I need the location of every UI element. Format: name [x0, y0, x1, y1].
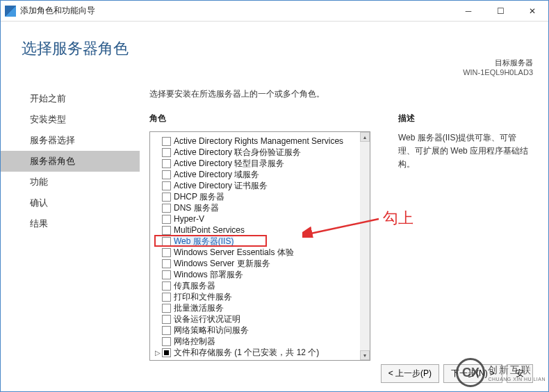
role-label: 网络策略和访问服务: [174, 325, 249, 336]
role-checkbox[interactable]: [162, 226, 171, 235]
minimize-button[interactable]: ─: [452, 1, 484, 22]
role-label: Active Directory 联合身份验证服务: [174, 147, 301, 158]
role-row[interactable]: Active Directory 证书服务: [154, 180, 359, 191]
role-row[interactable]: Windows Server Essentials 体验: [154, 247, 359, 258]
previous-button[interactable]: < 上一步(P): [381, 364, 439, 383]
description-column-header: 描述: [398, 113, 530, 124]
role-label: Windows Server 更新服务: [174, 258, 270, 270]
role-checkbox[interactable]: [162, 337, 171, 346]
expand-icon[interactable]: ▷: [154, 349, 162, 357]
role-label: 网络控制器: [174, 336, 215, 348]
role-checkbox[interactable]: [162, 259, 171, 268]
role-checkbox[interactable]: [162, 159, 171, 168]
role-row[interactable]: ▷文件和存储服务 (1 个已安装，共 12 个): [154, 347, 359, 358]
wizard-sidebar: 开始之前 安装类型 服务器选择 服务器角色 功能 确认 结果: [1, 88, 140, 234]
role-label: Web 服务器(IIS): [174, 236, 233, 247]
role-description: Web 服务器(IIS)提供可靠、可管理、可扩展的 Web 应用程序基础结构。: [398, 131, 530, 172]
role-checkbox[interactable]: [162, 281, 171, 291]
role-label: Active Directory 轻型目录服务: [174, 158, 284, 170]
role-row[interactable]: DHCP 服务器: [154, 191, 359, 202]
role-checkbox[interactable]: [162, 204, 171, 213]
role-row[interactable]: Hyper-V: [154, 213, 359, 224]
close-button[interactable]: ✕: [516, 1, 548, 22]
scroll-up-button[interactable]: ▴: [360, 132, 370, 142]
role-row[interactable]: DNS 服务器: [154, 202, 359, 213]
maximize-button[interactable]: ☐: [484, 1, 516, 22]
sidebar-item-server-roles[interactable]: 服务器角色: [1, 151, 140, 172]
role-label: DHCP 服务器: [174, 191, 224, 203]
role-label: 设备运行状况证明: [174, 313, 240, 325]
role-checkbox[interactable]: [162, 293, 171, 302]
role-checkbox[interactable]: [162, 148, 171, 157]
sidebar-item-results[interactable]: 结果: [1, 213, 140, 234]
role-checkbox[interactable]: [162, 248, 171, 257]
app-icon: [5, 6, 16, 17]
role-label: 批量激活服务: [174, 302, 224, 314]
role-checkbox[interactable]: [162, 348, 171, 357]
role-row[interactable]: 设备运行状况证明: [154, 313, 359, 325]
role-label: Active Directory Rights Management Servi…: [174, 136, 343, 146]
role-row[interactable]: Active Directory 轻型目录服务: [154, 158, 359, 169]
role-row[interactable]: Active Directory 联合身份验证服务: [154, 147, 359, 158]
annotation-text: 勾上: [383, 208, 413, 229]
role-label: Active Directory 域服务: [174, 169, 259, 181]
watermark-icon: CX: [456, 358, 485, 387]
roles-scrollbar[interactable]: ▴ ▾: [360, 132, 370, 360]
role-row[interactable]: Windows Server 更新服务: [154, 258, 359, 269]
role-label: 传真服务器: [174, 280, 215, 292]
role-row[interactable]: 打印和文件服务: [154, 291, 359, 302]
role-row[interactable]: Web 服务器(IIS): [154, 236, 359, 247]
sidebar-item-features[interactable]: 功能: [1, 172, 140, 193]
role-label: DNS 服务器: [174, 202, 219, 214]
sidebar-item-before-you-begin[interactable]: 开始之前: [1, 88, 140, 109]
role-label: Windows Server Essentials 体验: [174, 247, 294, 259]
target-label: 目标服务器: [463, 58, 533, 68]
watermark: CX 创新互联 CHUANG XIN HU LIAN: [456, 358, 546, 387]
watermark-text: 创新互联: [488, 364, 546, 377]
role-label: 文件和存储服务 (1 个已安装，共 12 个): [174, 347, 319, 359]
titlebar: 添加角色和功能向导 ─ ☐ ✕: [1, 1, 548, 22]
role-checkbox[interactable]: [162, 304, 171, 313]
role-checkbox[interactable]: [162, 193, 171, 202]
role-row[interactable]: 传真服务器: [154, 280, 359, 291]
scroll-track[interactable]: [360, 142, 370, 350]
role-checkbox[interactable]: [162, 315, 171, 324]
role-label: Windows 部署服务: [174, 269, 243, 281]
role-label: Hyper-V: [174, 214, 204, 224]
role-row[interactable]: Active Directory Rights Management Servi…: [154, 136, 359, 147]
role-checkbox[interactable]: [162, 326, 171, 335]
role-checkbox[interactable]: [162, 181, 171, 190]
roles-listbox: Active Directory Rights Management Servi…: [149, 131, 370, 361]
role-checkbox[interactable]: [162, 270, 171, 279]
role-label: Active Directory 证书服务: [174, 180, 268, 192]
role-row[interactable]: 批量激活服务: [154, 302, 359, 313]
sidebar-item-server-selection[interactable]: 服务器选择: [1, 130, 140, 151]
roles-column-header: 角色: [149, 113, 372, 124]
role-checkbox[interactable]: [162, 215, 171, 224]
window-title: 添加角色和功能向导: [20, 5, 452, 17]
scroll-down-button[interactable]: ▾: [360, 350, 370, 360]
role-row[interactable]: 网络策略和访问服务: [154, 325, 359, 336]
role-checkbox[interactable]: [162, 237, 171, 246]
role-row[interactable]: Windows 部署服务: [154, 269, 359, 280]
sidebar-item-confirmation[interactable]: 确认: [1, 193, 140, 213]
role-checkbox[interactable]: [162, 137, 171, 146]
role-row[interactable]: 网络控制器: [154, 336, 359, 347]
role-checkbox[interactable]: [162, 170, 171, 179]
page-title: 选择服务器角色: [1, 22, 548, 59]
watermark-subtext: CHUANG XIN HU LIAN: [488, 377, 546, 382]
instruction-text: 选择要安装在所选服务器上的一个或多个角色。: [149, 88, 548, 100]
role-row[interactable]: Active Directory 域服务: [154, 169, 359, 180]
sidebar-item-installation-type[interactable]: 安装类型: [1, 109, 140, 130]
role-label: MultiPoint Services: [174, 225, 245, 235]
target-server-info: 目标服务器 WIN-1EQL9H0LAD3: [463, 58, 533, 76]
role-row[interactable]: MultiPoint Services: [154, 224, 359, 236]
target-name: WIN-1EQL9H0LAD3: [463, 68, 533, 76]
role-label: 打印和文件服务: [174, 291, 232, 303]
